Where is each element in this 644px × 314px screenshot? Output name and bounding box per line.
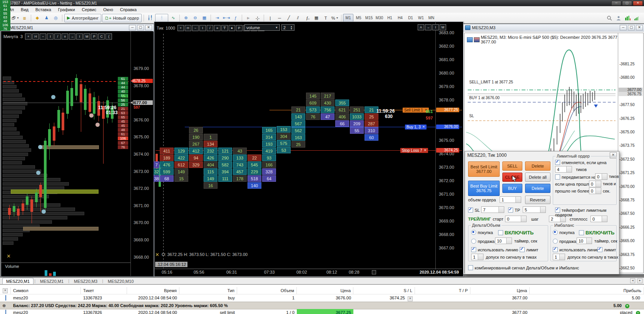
- center-chart-area[interactable]: Тик 1000 +H−I/≡₸●PRC( volume▼ 2▲▼ A→IM: [154, 22, 462, 276]
- sell-limit-line-label[interactable]: SELL_LIMIT 1 at 3677.25: [468, 80, 514, 84]
- left-chart-area[interactable]: Минута 3 +H−I/≡→IMPC( 11:59:2601:3361444…: [1, 31, 153, 276]
- center-chart-tool-0[interactable]: +: [177, 25, 184, 31]
- timeframe-M1[interactable]: M1: [343, 14, 353, 22]
- tab-MESZ20-M1-0[interactable]: MESZ20,M1: [2, 278, 33, 284]
- channel-icon[interactable]: ⫽: [294, 14, 302, 22]
- tile-windows-icon[interactable]: ▦: [200, 14, 209, 22]
- passed-stepper[interactable]: 0: [589, 181, 601, 187]
- order-volume-stepper[interactable]: 1: [500, 196, 521, 203]
- sl-line-label[interactable]: SL: [468, 114, 475, 118]
- cursor-icon[interactable]: ▹: [244, 14, 253, 22]
- no-more-stepper[interactable]: 0: [589, 188, 601, 194]
- timeframe-D1[interactable]: D1: [405, 14, 416, 22]
- imb-tolerance-stepper[interactable]: 1: [553, 254, 565, 260]
- best-buy-limit-button[interactable]: Best Buy Limit3676.75: [468, 181, 500, 196]
- right-window-titlebar[interactable]: MESZ20,M3 ─ ▢ ✕: [463, 24, 644, 32]
- market-watch-icon[interactable]: 🗉: [20, 14, 29, 22]
- timeframe-H1[interactable]: H1: [385, 14, 395, 22]
- window-minimize-icon[interactable]: ─: [620, 25, 627, 30]
- move-stepper[interactable]: 0: [595, 173, 607, 180]
- center-chart-tool-1[interactable]: H: [185, 25, 191, 31]
- reverse-button[interactable]: Reverse: [525, 196, 550, 204]
- delete-all-button[interactable]: Delete all: [525, 173, 550, 182]
- window-close-icon[interactable]: ✕: [636, 25, 643, 30]
- remove-sl-icon[interactable]: ✕: [408, 296, 413, 301]
- olive-zone[interactable]: [11, 189, 99, 194]
- delta-use-line-checkbox[interactable]: использовать линию: [471, 247, 518, 252]
- tabs-scroll-right-icon[interactable]: ▸: [637, 278, 642, 283]
- combined-signal-checkbox[interactable]: комбинированный сигнал Дельта/Объем и Им…: [468, 265, 579, 270]
- brown-zone-2[interactable]: [23, 227, 99, 231]
- tp-limit-checkbox[interactable]: тейкпрофит лимитным ордером: [555, 208, 619, 217]
- minimize-button[interactable]: ─: [611, 1, 621, 6]
- imb-use-line-checkbox[interactable]: использовать линию: [553, 247, 600, 252]
- new-order-button[interactable]: 🗋+Новый ордер: [102, 14, 142, 22]
- left-window-titlebar[interactable]: MESZ20,M1 ─ ▢ ✕: [1, 24, 154, 32]
- delta-sell-radio[interactable]: продажа: [471, 239, 495, 244]
- menu-Окно[interactable]: Окно: [100, 7, 117, 12]
- menu-Файл[interactable]: Файл: [0, 7, 17, 12]
- trade-panel-dialog[interactable]: MESZ20, Тик 1000 ✕ Best Sell Limit3677.0…: [465, 151, 619, 274]
- user-account-icon[interactable]: [614, 14, 623, 22]
- window-close-icon[interactable]: ✕: [145, 25, 152, 30]
- column-header-Прибыль[interactable]: Прибыль: [530, 287, 644, 294]
- table-row[interactable]: mesz20133678232020.12.04 08:54:00buy1367…: [0, 294, 644, 302]
- timeframe-MN[interactable]: MN: [426, 14, 437, 22]
- delta-enable-checkbox[interactable]: ВКЛЮЧИТЬ: [498, 230, 534, 236]
- delta-timer-stepper[interactable]: 10: [495, 238, 512, 244]
- trailing-start-stepper[interactable]: 0: [505, 216, 527, 222]
- imb-buy-radio[interactable]: покупка: [553, 230, 575, 235]
- trendline-icon[interactable]: ╱: [284, 14, 293, 22]
- imb-limit-checkbox[interactable]: лимит: [597, 247, 616, 252]
- candles-chart-icon[interactable]: 🕯: [155, 14, 168, 22]
- hline-icon[interactable]: ─: [275, 14, 284, 22]
- best-sell-limit-button[interactable]: Best Sell Limit3677.00: [468, 161, 500, 177]
- tab-MESZ20-M1-1[interactable]: MESZ20,M1: [36, 278, 67, 284]
- fibo-icon[interactable]: ƒ̶: [303, 14, 311, 22]
- delete-buy-button[interactable]: Delete: [525, 184, 550, 193]
- delta-limit-checkbox[interactable]: лимит: [520, 247, 538, 252]
- column-header-T / P[interactable]: T / P: [415, 287, 470, 294]
- column-header-Цена[interactable]: Цена: [470, 287, 530, 294]
- imb-enable-checkbox[interactable]: ВКЛЮЧИТЬ: [579, 230, 614, 236]
- crosshair-icon[interactable]: -¦-: [253, 14, 262, 22]
- center-chart-tool-6[interactable]: ₸: [221, 25, 228, 31]
- profiles-icon[interactable]: 🗗▼: [11, 14, 20, 22]
- chart-shift-icon[interactable]: ⇤⇥: [222, 14, 231, 22]
- timeframe-M5[interactable]: M5: [353, 14, 364, 22]
- buy-line-label[interactable]: BUY 1 at 3676.00: [468, 96, 500, 100]
- window-minimize-icon[interactable]: ─: [129, 25, 136, 30]
- column-header-Символ[interactable]: Символ: [11, 287, 81, 294]
- column-header-Цена[interactable]: Цена: [297, 287, 353, 294]
- delta-buy-radio[interactable]: покупка: [471, 230, 493, 235]
- vline-icon[interactable]: |: [266, 14, 274, 22]
- tab-MESZ20-M10-3[interactable]: MESZ20,M10: [104, 278, 137, 284]
- cancel-ticks-stepper[interactable]: 4: [555, 166, 572, 173]
- timeframe-M15[interactable]: M15: [364, 14, 374, 22]
- window-restore-icon[interactable]: ▢: [628, 25, 635, 30]
- zoom-out-icon[interactable]: ⊖: [191, 14, 199, 22]
- scale-stepper[interactable]: 2▲▼: [281, 24, 294, 31]
- expand-icon[interactable]: ⊕: [0, 302, 11, 309]
- auto-scroll-icon[interactable]: ⇥: [213, 14, 221, 22]
- center-chart-tool-8[interactable]: P: [236, 25, 243, 31]
- grid-icon[interactable]: ▦: [312, 14, 321, 22]
- menu-Графики[interactable]: Графики: [55, 7, 79, 12]
- algo-trading-button[interactable]: ▶Алготрейдинг: [64, 14, 101, 22]
- column-header-Объем[interactable]: Объем: [237, 287, 297, 294]
- column-header-Тип[interactable]: Тип: [179, 287, 237, 294]
- zoom-in-icon[interactable]: ⊕: [182, 14, 190, 22]
- imb-timer-stepper[interactable]: 10: [577, 238, 592, 244]
- bars-chart-icon[interactable]: ╽╿: [146, 14, 154, 22]
- text-icon[interactable]: T: [321, 14, 330, 22]
- toolbox-close-icon[interactable]: ✕: [3, 288, 8, 293]
- maximize-button[interactable]: ▢: [622, 1, 632, 6]
- sell-button[interactable]: SELL: [502, 161, 522, 171]
- window-restore-icon[interactable]: ▢: [137, 25, 144, 30]
- indicators-icon[interactable]: ƒ: [231, 14, 240, 22]
- add-icon[interactable]: +: [625, 304, 629, 308]
- column-header-Время[interactable]: Время: [127, 287, 179, 294]
- tabs-scroll-left-icon[interactable]: ◂: [630, 278, 635, 283]
- center-chart-tool-2[interactable]: −: [192, 25, 199, 31]
- sl-checkbox[interactable]: SL: [468, 208, 480, 213]
